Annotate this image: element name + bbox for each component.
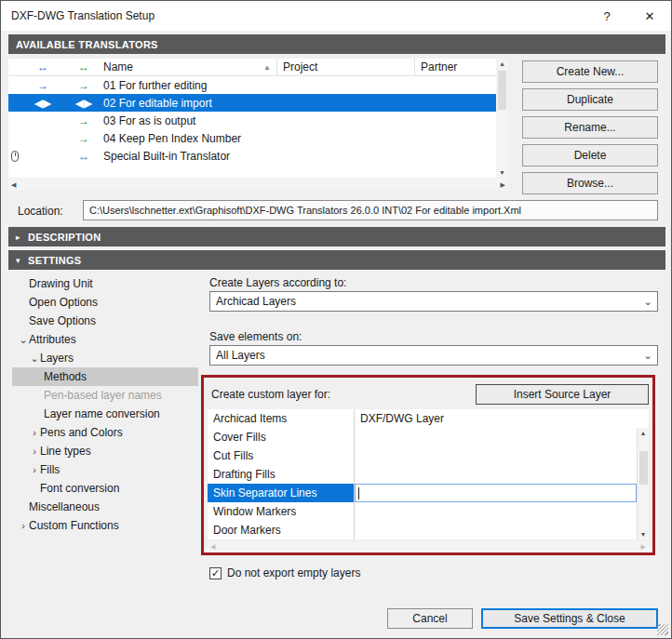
scroll-right-icon[interactable]: ▶ [641,543,646,551]
resize-grip[interactable] [657,624,668,635]
tree-item-miscellaneous[interactable]: Miscellaneous [12,498,198,516]
tree-item-label: Methods [44,370,87,383]
help-button[interactable]: ? [585,1,628,31]
translator-row[interactable]: → 04 Keep Pen Index Number [8,129,496,147]
translator-partner [414,76,496,94]
save-elements-label: Save elements on: [209,330,302,343]
translator-list-horizontal-scrollbar[interactable]: ◀ ▶ [8,179,508,191]
archicad-item-cell[interactable]: Skin Separator Lines [208,484,355,502]
translator-row-selected[interactable]: ◀▶ ◀▶ 02 For editable import [8,94,496,112]
save-direction-column-icon[interactable]: ↔ [64,60,103,73]
tree-item-open-options[interactable]: Open Options [12,293,198,312]
close-button[interactable]: ✕ [628,1,671,31]
archicad-item-cell[interactable]: Cover Fills [208,428,355,446]
chevron-right-icon[interactable]: › [29,427,40,438]
dxf-layer-cell[interactable] [355,465,637,484]
project-column-header[interactable]: Project [276,59,414,75]
archicad-item-cell[interactable]: Drafting Fills [208,465,355,484]
insert-source-layer-button[interactable]: Insert Source Layer [476,384,649,405]
archicad-item-cell[interactable]: Window Markers [208,502,355,521]
scroll-thumb[interactable] [498,71,506,110]
translator-row[interactable]: ↔ Special Built-in Translator [8,147,496,165]
text-caret [358,487,359,499]
translator-project [276,76,414,94]
chevron-down-icon: ⌄ [638,296,657,308]
name-column-header[interactable]: Name ▲ [103,60,276,73]
table-row[interactable]: Cover Fills [208,428,649,446]
delete-button[interactable]: Delete [522,144,658,166]
tree-item-line-types[interactable]: ›Line types [12,442,198,460]
archicad-item-cell[interactable]: Door Markers [208,521,355,539]
description-section-bar[interactable]: ▸ DESCRIPTION [8,227,665,246]
create-layers-select[interactable]: Archicad Layers ⌄ [209,291,658,312]
description-section-title: DESCRIPTION [28,232,101,243]
scroll-down-icon[interactable]: ▼ [640,531,647,538]
tree-item-attributes[interactable]: ⌄Attributes [12,330,198,349]
chevron-down-icon[interactable]: ⌄ [29,353,40,365]
tree-item-layers[interactable]: ⌄Layers [12,349,198,367]
save-elements-select[interactable]: All Layers ⌄ [209,345,658,366]
translator-project [276,129,414,147]
translator-name: 01 For further editing [103,79,276,92]
archicad-item-cell[interactable]: Cut Fills [208,446,355,465]
checked-checkbox[interactable]: ✓ [209,567,222,579]
tree-item-pens-and-colors[interactable]: ›Pens and Colors [12,423,198,442]
scroll-thumb[interactable] [639,451,648,485]
scroll-left-icon[interactable]: ◀ [11,181,16,189]
translator-partner [414,129,496,147]
translator-partner [414,147,496,165]
table-vertical-scrollbar[interactable]: ▲ ▼ [637,428,649,539]
tree-item-fills[interactable]: ›Fills [12,460,198,479]
table-row[interactable]: Window Markers [208,502,649,521]
builtin-translator-mouse-icon [8,151,21,162]
scroll-up-icon[interactable]: ▲ [499,60,505,67]
cancel-button[interactable]: Cancel [387,608,473,629]
tree-item-save-options[interactable]: Save Options [12,312,198,330]
browse-button[interactable]: Browse... [522,172,658,194]
tree-item-label: Layers [40,352,74,365]
scroll-left-icon[interactable]: ◀ [210,543,215,551]
tree-item-drawing-unit[interactable]: Drawing Unit [12,274,198,293]
scroll-down-icon[interactable]: ▼ [499,169,505,176]
table-horizontal-scrollbar[interactable]: ◀ ▶ [208,541,649,552]
rename-button[interactable]: Rename... [522,116,658,139]
chevron-right-icon[interactable]: › [29,446,40,457]
selected-value: Archicad Layers [216,295,638,308]
chevron-right-icon[interactable]: › [18,520,29,531]
tree-item-layer-name-conversion[interactable]: Layer name conversion [12,405,198,423]
tree-item-font-conversion[interactable]: Font conversion [12,479,198,498]
scroll-track[interactable] [496,67,508,169]
translator-row[interactable]: → 03 For as is output [8,112,496,129]
duplicate-button[interactable]: Duplicate [522,88,658,111]
tree-item-custom-functions[interactable]: ›Custom Functions [12,516,198,535]
settings-tree: Drawing Unit Open Options Save Options ⌄… [12,274,198,535]
chevron-down-icon[interactable]: ⌄ [18,334,29,346]
location-path-field[interactable]: C:\Users\lschnetter.ext\Graphisoft\DXF-D… [83,200,658,220]
partner-column-header[interactable]: Partner [414,59,496,75]
table-row[interactable]: Door Markers [208,521,649,539]
chevron-right-icon[interactable]: › [29,464,40,475]
title-bar[interactable]: DXF-DWG Translation Setup ? ✕ [1,1,671,31]
dxf-layer-cell[interactable] [355,521,637,539]
dxf-dwg-layer-column-header: DXF/DWG Layer [355,409,637,428]
scroll-right-icon[interactable]: ▶ [501,181,505,189]
table-row[interactable]: Drafting Fills [208,465,649,484]
save-settings-close-button[interactable]: Save Settings & Close [481,608,658,629]
do-not-export-empty-layers-option[interactable]: ✓ Do not export empty layers [209,566,360,579]
tree-item-label: Save Options [29,314,96,327]
dxf-layer-edit-field[interactable] [355,484,637,502]
dxf-layer-cell[interactable] [355,446,637,465]
open-direction-column-icon[interactable]: ↔ [21,60,64,73]
dxf-layer-cell[interactable] [355,502,637,521]
create-new-button[interactable]: Create New... [522,60,658,83]
scroll-up-icon[interactable]: ▲ [640,430,647,436]
sort-ascending-icon: ▲ [263,63,271,72]
scroll-track[interactable] [638,436,649,531]
dxf-layer-cell[interactable] [355,428,637,446]
settings-section-bar[interactable]: ▾ SETTINGS [8,250,665,270]
translator-row[interactable]: → → 01 For further editing [8,76,496,94]
translator-list-vertical-scrollbar[interactable]: ▲ ▼ [496,59,508,178]
table-row-selected[interactable]: Skin Separator Lines [208,484,649,502]
tree-item-methods[interactable]: Methods [12,367,198,386]
table-row[interactable]: Cut Fills [208,446,649,465]
